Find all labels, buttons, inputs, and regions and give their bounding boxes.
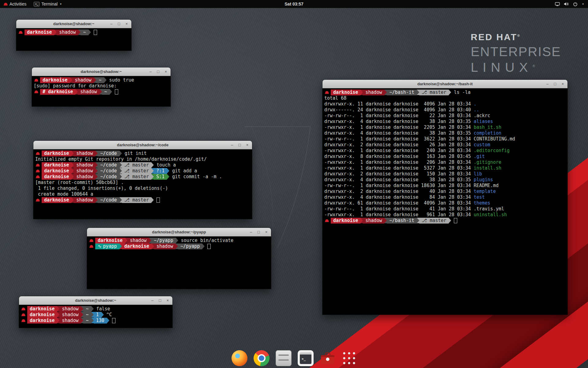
system-status-area[interactable]: ▾ [552, 0, 586, 8]
dock-grid-icon[interactable] [342, 351, 356, 366]
close-button[interactable]: × [124, 20, 129, 28]
terminal-line: darknoiseshadow~1^C [21, 312, 172, 318]
prompt-segment-venv: ∿pyapp [95, 243, 119, 249]
terminal-line: -rwxrwxr-x. 1 darknoise darknoise 240 Ja… [324, 148, 567, 154]
file-name: plugins [474, 177, 493, 182]
powerline-arrow-icon [119, 162, 122, 168]
maximize-button[interactable]: □ [156, 67, 160, 76]
window-titlebar[interactable]: darknoise@shadow:~/code–□× [33, 141, 252, 149]
powerline-arrow-icon [57, 306, 59, 312]
file-row-text: -rw-rw-r--. 1 darknoise darknoise 3622 J… [324, 136, 474, 142]
window-controls: –□× [148, 67, 168, 76]
prompt-redhat-icon [21, 307, 25, 311]
terminal-line: darknoiseshadow~130 [21, 318, 172, 324]
command-text: git commit -a -m . [172, 174, 222, 179]
dock-files-icon[interactable] [276, 350, 292, 366]
powerline-arrow-icon [89, 29, 91, 35]
powerline-arrow-icon [95, 162, 98, 168]
powerline-arrow-icon [75, 89, 78, 94]
close-button[interactable]: × [264, 228, 269, 236]
app-menu-terminal[interactable]: >_ Terminal ▾ [30, 0, 65, 8]
prompt-segment-user: darknoise [24, 29, 54, 35]
prompt-segment-path: ~ [96, 77, 104, 83]
command-text: touch a [156, 162, 176, 168]
prompt-redhat-icon [36, 163, 40, 167]
terminal-body[interactable]: darknoiseshadow~ [16, 28, 131, 51]
powerline-arrow-icon [81, 306, 83, 312]
prompt-segment-user: darknoise [42, 162, 71, 168]
file-row-text: -rwxrwxr-x. 1 darknoise darknoise 206 Ja… [324, 159, 474, 165]
prompt-redhat-icon [21, 313, 25, 316]
close-button[interactable]: × [165, 296, 170, 305]
prompt-redhat-icon [36, 198, 40, 202]
dock-firefox-icon[interactable] [232, 350, 247, 366]
window-controls: –□× [230, 141, 250, 149]
terminal-body[interactable]: darknoiseshadow~sudo true[sudo] password… [32, 76, 171, 106]
file-name: test [474, 194, 485, 200]
terminal-body[interactable]: darknoiseshadow~/pyappsource bin/activat… [87, 236, 271, 289]
window-controls: –□× [249, 228, 269, 236]
prompt-segment-user: darknoise [27, 318, 57, 324]
terminal-line: drwxrwxr-x. 11 darknoise darknoise 4096 … [324, 101, 567, 107]
terminal-window: darknoise@shadow:~–□×darknoiseshadow~fal… [19, 296, 172, 328]
close-button[interactable]: × [164, 67, 168, 76]
terminal-line: drwxrwxr-x. 4 darknoise darknoise 38 Jan… [324, 177, 567, 183]
window-controls: –□× [109, 20, 129, 28]
minimize-button[interactable]: – [148, 67, 153, 76]
terminal-body[interactable]: darknoiseshadow~falsedarknoiseshadow~1^C… [19, 305, 172, 328]
close-button[interactable]: × [560, 80, 565, 88]
maximize-button[interactable]: □ [553, 80, 557, 88]
maximize-button[interactable]: □ [237, 141, 242, 149]
dock-toolbox-icon[interactable] [320, 350, 336, 366]
dock-terminal-icon[interactable] [298, 350, 314, 366]
minimize-button[interactable]: – [545, 80, 550, 88]
file-row-text: -rwxrwxr-x. 1 darknoise darknoise 5327 J… [324, 165, 474, 171]
prompt-segment-git: ⎇ master [122, 197, 152, 203]
file-row-text: drwxrwxr-x. 2 darknoise darknoise 150 Ja… [324, 171, 474, 177]
window-titlebar[interactable]: darknoise@shadow:~/pyapp–□× [87, 228, 271, 236]
file-name: CONTRIBUTING.md [474, 136, 515, 142]
file-row-text: -rw-rw-r--. 1 darknoise darknoise 22 Jan… [324, 113, 474, 118]
prompt-segment-host: shadow [74, 197, 95, 203]
powerline-arrow-icon [71, 151, 74, 156]
file-name: .ackrc [474, 113, 490, 118]
activities-button[interactable]: Activities [0, 0, 30, 8]
powerline-arrow-icon [110, 89, 112, 94]
clock[interactable]: Sat 03:57 [285, 2, 303, 6]
prompt-redhat-icon [21, 319, 25, 322]
powerline-arrow-icon [95, 168, 98, 174]
dock-chrome-icon[interactable] [254, 350, 270, 366]
file-row-text: -rw-rw-r--. 1 darknoise darknoise 41 Jan… [324, 206, 474, 212]
maximize-button[interactable]: □ [256, 228, 261, 236]
window-title: darknoise@shadow:~/code [117, 143, 168, 147]
window-titlebar[interactable]: darknoise@shadow:~–□× [32, 67, 171, 76]
powerline-arrow-icon [151, 168, 154, 174]
window-titlebar[interactable]: darknoise@shadow:~/bash-it–□× [322, 80, 567, 88]
terminal-body[interactable]: darknoiseshadow~/bash-it⎇ masterls -lato… [322, 88, 567, 315]
prompt-segment-user: darknoise [42, 197, 71, 203]
minimize-button[interactable]: – [230, 141, 234, 149]
file-row-text: -rwxrwxr-x. 1 darknoise darknoise 2205 J… [324, 125, 474, 130]
minimize-button[interactable]: – [150, 296, 155, 305]
terminal-line: create mode 100644 a [35, 191, 252, 197]
minimize-button[interactable]: – [249, 228, 253, 236]
prompt-segment-git: ⎇ master [419, 218, 449, 224]
minimize-button[interactable]: – [109, 20, 114, 28]
powerline-arrow-icon [81, 312, 83, 317]
powerline-arrow-icon [100, 89, 102, 94]
prompt-segment-host: shadow [154, 243, 175, 249]
prompt-segment-path: ~/bash-it [387, 90, 417, 95]
terminal-line: darknoiseshadow~/code⎇ masterS:1git comm… [35, 174, 252, 180]
close-button[interactable]: × [245, 141, 250, 149]
terminal-body[interactable]: darknoiseshadow~/codegit initInitialized… [33, 149, 252, 219]
terminal-cursor [207, 244, 211, 249]
prompt-segment-host: shadow [59, 318, 81, 324]
window-titlebar[interactable]: darknoise@shadow:~–□× [16, 20, 131, 28]
prompt-segment-user: # darknoise [40, 89, 75, 95]
window-titlebar[interactable]: darknoise@shadow:~–□× [19, 296, 172, 305]
terminal-line: total 68 [324, 95, 567, 101]
maximize-button[interactable]: □ [158, 296, 162, 305]
powerline-arrow-icon [151, 197, 154, 203]
maximize-button[interactable]: □ [117, 20, 121, 28]
terminal-cursor [115, 89, 118, 94]
